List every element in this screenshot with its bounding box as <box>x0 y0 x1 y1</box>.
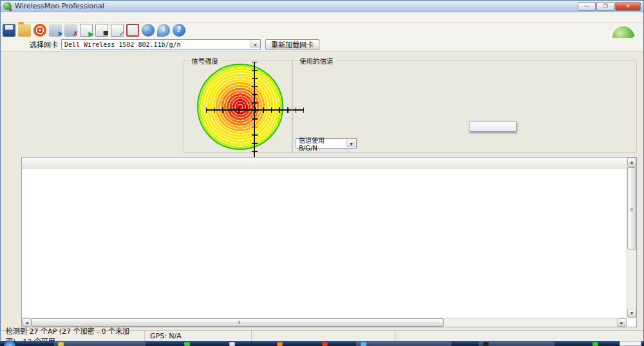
signal-strength-panel: 信号强度 <box>184 60 293 153</box>
taskbar-app-icon[interactable] <box>58 342 64 346</box>
scroll-right-icon[interactable]: ▶ <box>617 318 627 327</box>
app-icon <box>3 2 12 10</box>
reload-adapter-button[interactable]: 重新加载网卡 <box>265 39 319 50</box>
restore-button[interactable]: ❐ <box>596 2 614 11</box>
vertical-scrollbar[interactable]: ▲ ▼ <box>627 158 636 318</box>
taskbar-button[interactable] <box>356 341 451 346</box>
adapter-label: 选择网卡 <box>30 39 58 50</box>
adapter-row: 选择网卡 Dell Wireless 1502 802.11b/g/n ▼ 重新… <box>1 38 643 51</box>
vertical-scroll-thumb[interactable] <box>627 167 636 250</box>
scroll-down-icon[interactable]: ▼ <box>627 309 636 318</box>
gps-status: GPS: N/A <box>145 331 252 341</box>
minimize-button[interactable]: — <box>578 2 596 11</box>
titlebar: WirelessMon Professional — ❐ ✕ <box>1 1 643 12</box>
web-globe-icon[interactable] <box>142 24 155 37</box>
status-section <box>252 331 396 341</box>
window-title: WirelessMon Professional <box>15 2 104 10</box>
report-export-icon[interactable] <box>95 24 108 37</box>
report-run-icon[interactable] <box>80 24 93 37</box>
channel-tooltip <box>469 121 516 132</box>
status-bar: 检测到 27 个AP (27 个加密 - 0 个未加密) - 12 个可用 GP… <box>1 330 643 341</box>
toolbar <box>1 23 643 38</box>
signal-panel-title: 信号强度 <box>189 56 220 66</box>
taskbar[interactable] <box>0 341 644 346</box>
ap-table: ▲ ▼ ◀ ▶ <box>21 157 637 327</box>
start-orb-icon[interactable] <box>4 341 15 346</box>
save-icon[interactable] <box>3 24 15 37</box>
help-icon[interactable] <box>173 24 185 37</box>
status-section <box>396 331 643 341</box>
taskbar-app-icon[interactable] <box>361 342 366 346</box>
ap-count-status: 检测到 27 个AP (27 个加密 - 0 个未加密) - 12 个可用 <box>1 331 145 341</box>
taskbar-tray[interactable] <box>620 341 641 346</box>
menu-bar <box>1 12 643 23</box>
record-target-icon[interactable] <box>33 24 46 37</box>
signal-strength-radar <box>197 64 283 150</box>
channels-panel-title: 使用的信道 <box>298 56 336 66</box>
info-bubble-icon[interactable] <box>157 24 170 37</box>
open-folder-icon[interactable] <box>18 24 31 37</box>
adapter-select[interactable]: Dell Wireless 1502 802.11b/g/n ▼ <box>61 39 261 50</box>
taskbar-button[interactable] <box>54 341 146 346</box>
channels-panel: 使用的信道 信道使用 B/G/N ▼ <box>292 60 637 153</box>
adapter-reload-icon[interactable] <box>49 24 62 37</box>
chevron-down-icon[interactable]: ▼ <box>251 41 260 48</box>
taskbar-app-icon[interactable] <box>322 342 328 346</box>
channel-mode-select[interactable]: 信道使用 B/G/N ▼ <box>296 138 357 149</box>
taskbar-app-icon[interactable] <box>592 342 598 346</box>
app-window: WirelessMon Professional — ❐ ✕ 选择网卡 Dell… <box>0 0 644 341</box>
table-header <box>22 158 627 168</box>
taskbar-app-icon[interactable] <box>229 342 235 346</box>
chevron-down-icon[interactable]: ▼ <box>346 140 355 147</box>
taskbar-button[interactable] <box>478 341 554 346</box>
log-clipboard-icon[interactable] <box>126 24 139 37</box>
taskbar-app-icon[interactable] <box>184 342 190 346</box>
taskbar-app-icon[interactable] <box>277 342 283 346</box>
taskbar-app-icon[interactable] <box>483 342 489 346</box>
close-button[interactable]: ✕ <box>615 2 641 11</box>
report-check-icon[interactable] <box>111 24 124 37</box>
radar-vertical-axis <box>252 62 258 159</box>
adapter-remove-icon[interactable] <box>64 24 77 37</box>
scroll-up-icon[interactable]: ▲ <box>627 158 636 167</box>
